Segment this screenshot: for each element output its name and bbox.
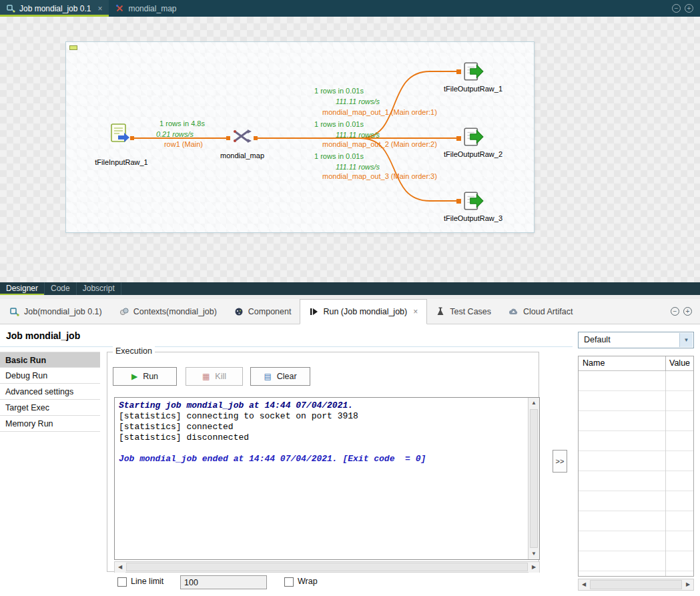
component-tfileoutputraw-2[interactable] xyxy=(462,126,484,150)
maximize-icon[interactable]: + xyxy=(685,4,693,13)
editor-tab-job[interactable]: Job mondial_job 0.1 × xyxy=(0,0,109,17)
context-table: Name Value xyxy=(578,356,694,577)
context-table-row[interactable] xyxy=(579,371,693,391)
designer-view-tab-bar: Designer Code Jobscript xyxy=(0,282,700,295)
context-table-row[interactable] xyxy=(579,551,693,571)
component-mondial-map[interactable] xyxy=(232,126,253,149)
console-line: [statistics] connected xyxy=(119,422,524,432)
menu-item-debug-run[interactable]: Debug Run xyxy=(0,368,100,384)
tab-jobscript[interactable]: Jobscript xyxy=(77,282,121,295)
link-label: mondial_map_out_2 (Main order:2) xyxy=(322,140,437,148)
tfileoutputraw-icon xyxy=(462,61,484,82)
tfileoutputraw-icon xyxy=(462,126,484,147)
link-stats-rate: 111.11 rows/s xyxy=(336,97,380,105)
tab-job-view[interactable]: Job(mondial_job 0.1) xyxy=(1,299,111,324)
scrollbar-thumb[interactable] xyxy=(590,580,682,589)
tmap-icon xyxy=(232,126,253,146)
run-view: Job mondial_job Basic Run Debug Run Adva… xyxy=(0,324,700,596)
context-table-row[interactable] xyxy=(579,511,693,531)
talend-studio-window: Job mondial_job 0.1 × mondial_map − + xyxy=(0,0,700,596)
port-icon xyxy=(456,136,461,141)
kill-button-label: Kill xyxy=(215,372,226,381)
context-select-value: Default xyxy=(584,335,611,344)
editor-tab-bar: Job mondial_job 0.1 × mondial_map − + xyxy=(0,0,700,17)
run-button[interactable]: ▶ Run xyxy=(113,367,177,386)
editor-window-buttons: − + xyxy=(672,0,700,17)
tab-label: Run (Job mondial_job) xyxy=(323,307,407,316)
context-table-row[interactable] xyxy=(579,531,693,551)
component-label: tFileInputRaw_1 xyxy=(95,158,148,166)
context-table-header: Name Value xyxy=(579,356,693,371)
scroll-left-icon[interactable]: ◀ xyxy=(579,579,589,590)
scroll-left-icon[interactable]: ◀ xyxy=(115,562,125,573)
maximize-icon[interactable]: + xyxy=(683,307,692,316)
dropdown-arrow-icon[interactable]: ▼ xyxy=(679,333,693,347)
tab-code[interactable]: Code xyxy=(45,282,77,295)
line-limit-checkbox[interactable] xyxy=(117,577,127,587)
tab-label: Component xyxy=(248,307,292,316)
page-title: Job mondial_job xyxy=(6,330,80,341)
job-tab-icon xyxy=(7,4,15,13)
component-tfileinputraw[interactable] xyxy=(108,122,131,147)
component-label: tFileOutputRaw_2 xyxy=(444,150,502,158)
link-stats-rows: 1 rows in 0.01s xyxy=(314,87,364,95)
clear-icon: ▤ xyxy=(264,372,271,381)
context-horizontal-scrollbar[interactable]: ◀ ▶ xyxy=(578,579,694,591)
scrollbar-thumb[interactable] xyxy=(530,409,538,548)
scroll-right-icon[interactable]: ▶ xyxy=(683,579,693,590)
title-divider xyxy=(0,346,573,347)
scrollbar-thumb[interactable] xyxy=(126,563,528,571)
context-table-row[interactable] xyxy=(579,451,693,471)
menu-item-advanced-settings[interactable]: Advanced settings xyxy=(0,384,100,400)
column-header-name[interactable]: Name xyxy=(583,358,605,368)
wrap-label: Wrap xyxy=(298,577,318,586)
tab-cloud-artifact[interactable]: Cloud Artifact xyxy=(500,299,581,324)
context-table-row[interactable] xyxy=(579,471,693,491)
execution-legend: Execution xyxy=(113,346,155,356)
port-icon xyxy=(456,199,461,204)
context-table-row[interactable] xyxy=(579,431,693,451)
scroll-up-icon[interactable]: ▲ xyxy=(529,398,539,408)
context-table-row[interactable] xyxy=(579,411,693,431)
kill-button[interactable]: ▦ Kill xyxy=(186,367,243,386)
close-icon[interactable]: × xyxy=(97,4,102,13)
console-horizontal-scrollbar[interactable]: ◀ ▶ xyxy=(114,561,540,573)
menu-item-target-exec[interactable]: Target Exec xyxy=(0,400,100,416)
tab-component[interactable]: Component xyxy=(226,299,300,324)
column-divider[interactable] xyxy=(665,356,666,371)
tab-test-cases[interactable]: Test Cases xyxy=(427,299,500,324)
execution-console[interactable]: Starting job mondial_job at 14:44 07/04/… xyxy=(114,397,540,560)
line-limit-input[interactable] xyxy=(180,575,267,589)
tab-contexts[interactable]: Contexts(mondial_job) xyxy=(111,299,226,324)
close-icon[interactable]: × xyxy=(413,307,418,316)
minimize-icon[interactable]: − xyxy=(671,307,679,316)
scroll-down-icon[interactable]: ▼ xyxy=(529,549,539,559)
menu-item-basic-run[interactable]: Basic Run xyxy=(0,352,100,368)
wrap-checkbox[interactable] xyxy=(284,577,294,587)
clear-button[interactable]: ▤ Clear xyxy=(250,367,310,386)
component-tfileoutputraw-1[interactable] xyxy=(462,61,484,85)
column-header-value[interactable]: Value xyxy=(669,358,690,368)
minimize-icon[interactable]: − xyxy=(672,4,681,13)
link-stats-rate: 0.21 rows/s xyxy=(156,130,194,138)
component-tfileoutputraw-3[interactable] xyxy=(462,190,484,214)
menu-item-memory-run[interactable]: Memory Run xyxy=(0,416,100,432)
context-select[interactable]: Default ▼ xyxy=(578,332,694,348)
job-design-panel[interactable]: tFileInputRaw_1 mondial_map tFileO xyxy=(65,41,535,233)
view-window-buttons: − + xyxy=(671,299,700,324)
tab-run[interactable]: Run (Job mondial_job) × xyxy=(300,299,427,324)
bottom-view-tab-bar: Job(mondial_job 0.1) Contexts(mondial_jo… xyxy=(0,299,700,324)
link-stats-rows: 1 rows in 0.01s xyxy=(314,120,364,128)
tab-designer[interactable]: Designer xyxy=(0,282,45,295)
context-table-row[interactable] xyxy=(579,491,693,511)
scroll-right-icon[interactable]: ▶ xyxy=(529,562,539,573)
console-output: Starting job mondial_job at 14:44 07/04/… xyxy=(115,398,528,559)
console-line xyxy=(119,443,524,454)
console-vertical-scrollbar[interactable]: ▲ ▼ xyxy=(528,398,539,559)
context-table-row[interactable] xyxy=(579,391,693,411)
link-stats-rows: 1 rows in 0.01s xyxy=(314,152,364,160)
link-stats-rows: 1 rows in 4.8s xyxy=(159,119,205,127)
context-table-row[interactable] xyxy=(579,571,693,577)
editor-tab-map[interactable]: mondial_map xyxy=(109,0,183,17)
expand-context-button[interactable]: >> xyxy=(553,450,567,473)
